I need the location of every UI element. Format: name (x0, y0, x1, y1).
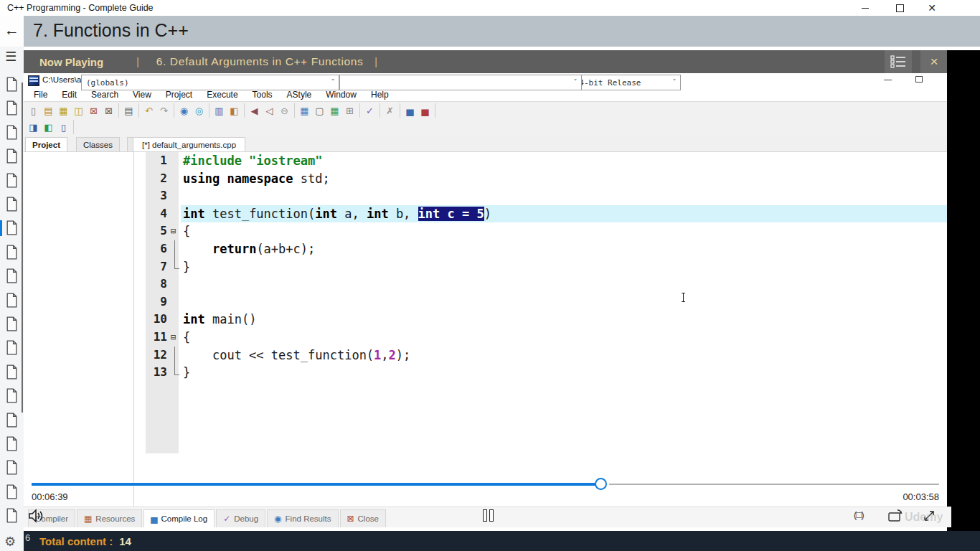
code-line[interactable]: 11⊟{ (133, 329, 947, 347)
code-line[interactable]: 6 return(a+b+c); (133, 240, 947, 258)
sidebar-item-lecture[interactable] (6, 197, 18, 212)
toggle-bookmark-icon[interactable]: ▯ (56, 121, 71, 134)
code-line[interactable]: 7} (133, 258, 947, 276)
compile-run-icon[interactable]: ▦ (327, 104, 342, 118)
fold-marker[interactable]: ⊟ (169, 222, 181, 240)
code-line[interactable]: 5⊟{ (133, 222, 947, 240)
video-frame[interactable]: C:\Users\admin\Desktop\Udemy C++ Code\de… (24, 73, 947, 531)
sidebar-item-lecture[interactable] (6, 484, 18, 499)
menu-edit[interactable]: Edit (55, 90, 84, 100)
pause-button[interactable] (483, 509, 494, 522)
sidebar-item-lecture[interactable] (6, 413, 18, 428)
save-all-icon[interactable]: ◫ (71, 104, 86, 118)
output-tab-resources[interactable]: ▦Resources (77, 509, 142, 527)
goto-definition-icon[interactable]: ◧ (41, 121, 56, 134)
output-tab-find-results[interactable]: ◉Find Results (267, 509, 338, 527)
replace-icon[interactable]: ▥ (212, 104, 227, 118)
back-icon[interactable]: ◀ (247, 104, 262, 118)
output-tab-debug[interactable]: ✓Debug (216, 509, 265, 527)
menu-execute[interactable]: Execute (199, 90, 245, 100)
sidebar-item-lecture[interactable] (6, 245, 18, 260)
syntax-check-icon[interactable]: ✓ (362, 104, 377, 118)
menu-search[interactable]: Search (84, 90, 126, 100)
forward-icon[interactable]: ◁ (262, 104, 277, 118)
abort-icon[interactable]: ✗ (382, 104, 397, 118)
print-icon[interactable]: ▤ (121, 104, 136, 118)
sidebar-item-lecture[interactable] (6, 149, 18, 164)
menu-tools[interactable]: Tools (245, 90, 280, 100)
goto-declaration-icon[interactable]: ◨ (26, 121, 41, 134)
progress-handle[interactable] (595, 478, 607, 490)
hamburger-menu-icon[interactable]: ☰ (5, 49, 17, 65)
devcpp-minimize-icon[interactable] (884, 80, 892, 80)
menu-window[interactable]: Window (319, 90, 364, 100)
tab-project[interactable]: Project (25, 137, 67, 152)
volume-button[interactable] (27, 508, 44, 527)
menu-astyle[interactable]: AStyle (280, 90, 319, 100)
redo-icon[interactable]: ↷ (156, 104, 171, 118)
rebuild-icon[interactable]: ⊞ (342, 104, 357, 118)
find-icon[interactable]: ◉ (176, 104, 192, 118)
output-tab-compile-log[interactable]: ▅Compile Log (143, 509, 215, 527)
fold-collapse-icon[interactable]: ⊟ (171, 227, 176, 235)
new-file-icon[interactable]: ▯ (26, 104, 41, 118)
sidebar-item-lecture[interactable] (6, 293, 18, 308)
menu-view[interactable]: View (126, 90, 159, 100)
members-select[interactable]: ˇ (339, 75, 582, 90)
find-in-files-icon[interactable]: ◎ (192, 104, 207, 118)
sidebar-item-lecture[interactable] (6, 77, 18, 92)
code-line[interactable]: 8 (133, 276, 947, 293)
sidebar-item-lecture[interactable] (6, 508, 18, 523)
run-icon[interactable]: ▢ (312, 104, 327, 118)
window-close-button[interactable]: ✕ (915, 0, 948, 16)
sidebar-item-lecture[interactable] (6, 268, 18, 283)
window-maximize-button[interactable] (883, 0, 916, 16)
fold-marker[interactable]: ⊟ (169, 329, 181, 347)
output-tab-close[interactable]: ⊠Close (340, 509, 386, 527)
sidebar-item-lecture[interactable] (6, 340, 18, 355)
back-arrow-icon[interactable]: ← (4, 22, 19, 39)
fold-marker[interactable] (169, 347, 181, 364)
code-line[interactable]: 3 (133, 187, 947, 205)
code-line[interactable]: 9 (133, 293, 947, 311)
menu-help[interactable]: Help (364, 90, 396, 100)
save-icon[interactable]: ▦ (56, 104, 71, 118)
open-file-icon[interactable]: ▤ (41, 104, 56, 118)
player-close-button[interactable]: × (920, 50, 948, 73)
fold-marker[interactable] (169, 258, 181, 276)
profile-delete-icon[interactable]: ▅ (418, 104, 433, 118)
code-line[interactable]: 1#include "iostream" (133, 152, 947, 170)
settings-gear-icon[interactable]: ⚙ (4, 534, 16, 550)
code-line[interactable]: 12 cout << test_function(1,2); (133, 347, 947, 364)
fold-marker[interactable] (169, 240, 181, 258)
globals-select[interactable]: (globals) ˇ (81, 75, 339, 90)
window-minimize-button[interactable] (849, 0, 882, 16)
sidebar-item-lecture[interactable] (6, 388, 18, 403)
menu-file[interactable]: File (27, 90, 55, 100)
replace-all-icon[interactable]: ◧ (227, 104, 242, 118)
code-editor[interactable]: 1#include "iostream"2using namespace std… (133, 151, 947, 507)
sidebar-item-lecture[interactable] (6, 364, 18, 380)
video-progress-bar[interactable] (32, 483, 939, 486)
pip-button[interactable] (888, 509, 904, 525)
sidebar-item-lecture[interactable] (6, 316, 18, 331)
fold-collapse-icon[interactable]: ⊟ (171, 333, 176, 342)
menu-project[interactable]: Project (159, 90, 199, 100)
code-line[interactable]: 13} (133, 364, 947, 382)
project-panel[interactable] (24, 151, 134, 507)
sidebar-scrollbar[interactable] (22, 83, 23, 413)
editor-tab[interactable]: [*] default_arguments.cpp (133, 137, 245, 152)
goto-icon[interactable]: ⊖ (277, 104, 292, 118)
tab-classes[interactable]: Classes (76, 137, 120, 152)
code-line[interactable]: 2using namespace std; (133, 170, 947, 188)
close-file-icon[interactable]: ⊠ (86, 104, 101, 118)
playlist-button[interactable] (885, 50, 912, 73)
close-all-icon[interactable]: ⊠ (101, 104, 116, 118)
sidebar-item-lecture[interactable] (6, 460, 18, 475)
code-line[interactable]: 4int test_function(int a, int b, int c =… (133, 205, 947, 223)
fold-marker[interactable] (169, 364, 181, 382)
code-line[interactable]: 10int main() (133, 311, 947, 329)
sidebar-item-lecture[interactable] (6, 125, 18, 140)
sidebar-item-lecture[interactable] (6, 173, 18, 188)
sidebar-item-lecture[interactable] (6, 220, 18, 235)
